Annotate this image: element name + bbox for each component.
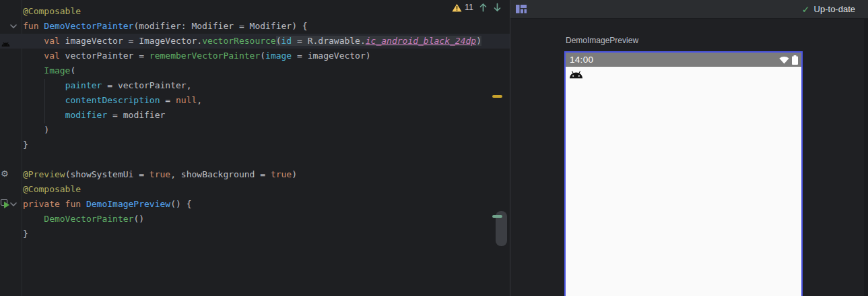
code-line[interactable]: fun DemoVectorPainter(modifier: Modifier… <box>0 19 510 34</box>
code-line[interactable]: } <box>0 138 510 152</box>
code-line[interactable]: modifier = modifier <box>0 108 510 123</box>
info-stripe-mark[interactable] <box>492 215 502 218</box>
code-token: = <box>160 95 176 105</box>
code-token: image <box>265 51 292 61</box>
code-token: = modifier <box>107 110 165 120</box>
code-line[interactable]: @Composable <box>0 182 510 197</box>
code-token: ( <box>70 65 75 76</box>
code-token: } <box>23 140 28 150</box>
code-token: ( <box>260 51 265 61</box>
compose-preview-panel: ✓ Up-to-date DemoImagePreview 14:00 <box>510 0 868 296</box>
code-token: = imageVector) <box>292 51 370 61</box>
code-token: modifier <box>65 110 108 120</box>
code-token <box>23 65 44 76</box>
code-token: Image <box>44 65 70 76</box>
code-token: @Preview <box>23 169 65 179</box>
code-token: @Composable <box>23 184 81 194</box>
android-studio-window: @Composablefun DemoVectorPainter(modifie… <box>0 0 868 296</box>
code-token: val <box>44 36 59 46</box>
code-token: DemoVectorPainter <box>44 21 133 31</box>
wifi-icon <box>779 56 789 64</box>
check-icon: ✓ <box>802 4 810 15</box>
code-line[interactable]: Image( <box>0 63 510 78</box>
fold-chevron-icon[interactable] <box>9 19 18 34</box>
panel-scrollbar-gutter[interactable] <box>864 19 868 296</box>
code-token: contentDescription <box>65 95 160 105</box>
code-token: DemoVectorPainter <box>44 214 133 224</box>
code-line[interactable]: ) <box>0 123 510 138</box>
code-token: ) <box>476 36 481 46</box>
code-line[interactable]: painter = vectorPainter, <box>0 78 510 93</box>
code-token <box>23 36 44 46</box>
code-token: painter <box>65 80 102 90</box>
code-token: DemoImagePreview <box>86 199 170 209</box>
warning-triangle-icon <box>452 3 462 12</box>
battery-icon <box>792 55 798 65</box>
code-token: rememberVectorPainter <box>149 51 260 61</box>
run-preview-icon[interactable] <box>1 199 10 208</box>
code-token: = R.drawable. <box>292 36 366 46</box>
code-area[interactable]: @Composablefun DemoVectorPainter(modifie… <box>0 4 510 241</box>
code-token: val <box>44 51 59 61</box>
code-token: true <box>271 169 292 179</box>
grid-layout-icon <box>516 5 527 13</box>
fold-chevron-icon[interactable] <box>9 197 18 212</box>
code-token: (showSystemUi = <box>65 169 149 179</box>
code-line[interactable] <box>0 152 510 167</box>
code-line[interactable]: @Preview(showSystemUi = true, showBackgr… <box>0 167 510 182</box>
code-token: () <box>133 214 144 224</box>
device-clock: 14:00 <box>570 55 593 65</box>
code-token: ic_android_black_24dp <box>366 36 476 46</box>
code-token: ) <box>292 169 297 179</box>
code-token: (modifier: Modifier = Modifier) { <box>133 21 307 31</box>
code-line[interactable]: val vectorPainter = rememberVectorPainte… <box>0 49 510 63</box>
android-robot-icon <box>569 69 583 82</box>
code-token: private fun <box>23 199 86 209</box>
code-token: ) <box>23 125 49 135</box>
code-line[interactable]: private fun DemoImagePreview() { <box>0 197 510 212</box>
code-token: @Composable <box>23 6 81 16</box>
code-token: ( <box>276 36 281 46</box>
preview-title[interactable]: DemoImagePreview <box>566 36 638 45</box>
next-highlight-arrow-icon[interactable] <box>493 3 502 12</box>
preview-toolbar: ✓ Up-to-date <box>510 0 868 19</box>
play-triangle-icon <box>4 202 9 208</box>
code-line[interactable]: val imageVector = ImageVector.vectorReso… <box>0 34 510 49</box>
warning-stripe-mark[interactable] <box>492 95 502 98</box>
code-editor[interactable]: @Composablefun DemoVectorPainter(modifie… <box>0 0 510 296</box>
warning-count: 11 <box>465 3 473 12</box>
code-token: , <box>197 95 202 105</box>
warnings-indicator[interactable]: 11 <box>452 3 473 12</box>
code-token: true <box>149 169 170 179</box>
code-token <box>23 214 44 224</box>
inspections-widget[interactable]: 11 <box>452 1 502 13</box>
code-token: fun <box>23 21 44 31</box>
device-preview-frame[interactable]: 14:00 <box>564 51 803 296</box>
code-token: () { <box>170 199 191 209</box>
code-token: id <box>281 36 292 46</box>
code-line[interactable]: contentDescription = null, <box>0 93 510 108</box>
preview-content <box>566 67 801 296</box>
indent-guide <box>44 79 45 123</box>
code-token: imageVector = ImageVector. <box>60 36 202 46</box>
previous-highlight-arrow-icon[interactable] <box>479 3 488 12</box>
code-token: , showBackground = <box>170 169 271 179</box>
drawable-preview-icon[interactable] <box>1 37 10 50</box>
preview-settings-gear-icon[interactable]: ⚙ <box>1 168 9 180</box>
code-token <box>23 51 44 61</box>
build-status-indicator[interactable]: ✓ Up-to-date <box>802 4 855 15</box>
code-line[interactable]: @Composable <box>0 4 510 19</box>
code-line[interactable]: DemoVectorPainter() <box>0 212 510 227</box>
build-status-label: Up-to-date <box>814 4 855 14</box>
device-status-bar: 14:00 <box>566 53 801 67</box>
code-token: } <box>23 229 28 239</box>
code-token: = vectorPainter, <box>102 80 191 90</box>
code-line[interactable]: } <box>0 227 510 241</box>
grid-layout-button[interactable] <box>514 3 528 16</box>
code-token: vectorResource <box>202 36 276 46</box>
code-token: null <box>176 95 197 105</box>
code-token: vectorPainter = <box>60 51 149 61</box>
